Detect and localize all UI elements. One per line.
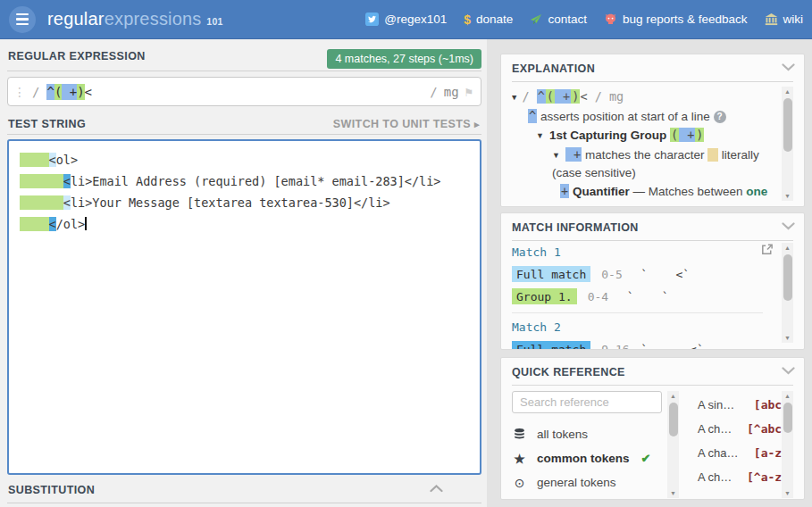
reference-token-item[interactable]: A sin…[abc] [698, 393, 789, 417]
nav-link-donate[interactable]: $donate [464, 12, 513, 26]
switch-to-unit-tests-button[interactable]: SWITCH TO UNIT TESTS▸ [333, 118, 480, 130]
divider [512, 312, 763, 313]
nav-link-label: @regex101 [384, 12, 447, 26]
text-cursor [85, 217, 87, 230]
match-name-badge: Group 1. [512, 288, 577, 304]
nav-link-wiki[interactable]: wiki [765, 12, 804, 26]
scroll-thumb[interactable] [783, 254, 792, 301]
site-logo[interactable]: regularexpressions 101 [47, 9, 222, 29]
explanation-row: + Quantifier — Matches between one [512, 183, 772, 200]
logo-part-expressions: expressions [105, 9, 202, 29]
space-literal [707, 148, 718, 162]
match-content: ` ` [627, 290, 669, 303]
reference-token-desc: A ch… [698, 422, 732, 436]
token-category-label: general tokens [537, 476, 616, 489]
test-text: li>Email Address (required) [email* emai… [71, 174, 441, 188]
scroll-thumb[interactable] [783, 98, 792, 152]
nav-link-label: wiki [783, 12, 804, 26]
nav-link-label: donate [476, 12, 513, 26]
match-row: Full match0-5` <` [512, 266, 763, 282]
explanation-title: EXPLANATION [512, 62, 595, 75]
match-count-badge: 4 matches, 27 steps (~1ms) [327, 49, 481, 69]
flag-icon[interactable]: ⚑ [465, 85, 473, 99]
regex-token: + [62, 84, 77, 100]
explanation-row: ▼/ ^( +)< / mg [512, 88, 772, 106]
explanation-text: Quantifier [573, 185, 630, 198]
chevron-up-icon[interactable] [430, 485, 443, 493]
reference-token-item[interactable]: A cha…[a-z] [698, 441, 789, 465]
scroll-down-arrow[interactable]: ▼ [782, 333, 793, 343]
reference-token-item[interactable]: A ch…[^abc] [698, 417, 789, 441]
match-row: Full match9-16` <` [512, 341, 763, 350]
regex-flags[interactable]: mg [444, 85, 459, 99]
explanation-text: < [580, 89, 587, 104]
chevron-down-icon[interactable] [782, 222, 795, 230]
explanation-text: ) [571, 89, 580, 104]
scroll-up-arrow[interactable]: ▲ [667, 391, 679, 401]
test-text: ol> [56, 153, 78, 167]
match-row: Group 1.0-4` ` [512, 288, 763, 304]
nav-link-contact[interactable]: contact [530, 12, 587, 26]
tree-arrow-icon[interactable]: ▼ [552, 151, 560, 160]
logo-part-101: 101 [206, 16, 222, 27]
help-icon[interactable]: ? [714, 111, 726, 123]
divider [7, 503, 481, 503]
match-information-panel: MATCH INFORMATION Match 1Full match0-5` … [500, 212, 805, 350]
explanation-text: ( [546, 89, 555, 104]
match-content: ` <` [640, 343, 703, 351]
explanation-text: + [560, 184, 569, 198]
nav-link-bug-reports[interactable]: bug reports & feedback [604, 12, 748, 26]
match-range: 9-16 [601, 343, 632, 351]
tree-arrow-icon[interactable]: ▼ [536, 131, 544, 140]
explanation-text: + [565, 147, 582, 162]
tree-arrow-icon[interactable]: ▼ [512, 93, 516, 102]
test-line: <ol> [20, 149, 476, 170]
regular-expression-title: REGULAR EXPRESSION [8, 50, 146, 62]
regex-delimiter-close: / [430, 85, 437, 99]
test-text: /ol> [56, 217, 86, 231]
logo-part-regular: regular [47, 9, 105, 29]
scroll-thumb[interactable] [669, 403, 678, 436]
test-string-textarea[interactable]: <ol> <li>Email Address (required) [email… [7, 139, 481, 475]
match-highlight: < [49, 217, 56, 231]
scrollbar[interactable]: ▲ ▼ [667, 391, 679, 498]
github-icon [604, 13, 617, 26]
regex-input[interactable]: ⋮ / ^( +)< / mg ⚑ [7, 77, 481, 106]
reference-token-item[interactable]: A ch…[^a-z] [698, 465, 789, 489]
scroll-up-arrow[interactable]: ▲ [782, 391, 793, 401]
explanation-text: — Matches between [630, 185, 747, 198]
token-category-label: all tokens [537, 428, 588, 441]
chevron-down-icon[interactable] [782, 367, 795, 375]
scroll-up-arrow[interactable]: ▲ [782, 87, 793, 96]
test-string-title: TEST STRING [8, 118, 86, 130]
explanation-text: / [522, 89, 536, 104]
explanation-text: ^ [528, 109, 537, 123]
scroll-up-arrow[interactable]: ▲ [782, 243, 793, 253]
scroll-down-arrow[interactable]: ▼ [667, 488, 679, 498]
group-highlight [20, 195, 63, 210]
chevron-down-icon[interactable] [782, 63, 795, 71]
match-label: Match 2 [512, 320, 763, 334]
bank-icon [765, 13, 778, 26]
scroll-down-arrow[interactable]: ▼ [782, 191, 793, 201]
drag-handle-icon[interactable]: ⋮ [8, 85, 32, 99]
match-range: 0-5 [601, 268, 632, 281]
hamburger-menu-button[interactable] [9, 6, 36, 33]
nav-link-label: contact [548, 12, 587, 26]
explanation-panel: EXPLANATION ▼/ ^( +)< / mg^ asserts posi… [500, 54, 805, 207]
chevron-right-icon: ▸ [474, 119, 480, 129]
scrollbar[interactable]: ▲ ▼ [782, 87, 793, 201]
scrollbar[interactable]: ▲ ▼ [782, 391, 793, 498]
scrollbar[interactable]: ▲ ▼ [782, 243, 793, 343]
search-reference-input[interactable] [512, 391, 662, 413]
explanation-row: ▼1st Capturing Group ( +) [512, 127, 772, 145]
export-matches-icon[interactable] [760, 243, 774, 256]
substitution-title[interactable]: SUBSTITUTION [8, 484, 95, 496]
scroll-down-arrow[interactable]: ▼ [782, 488, 793, 498]
test-text: li>Your Message [textarea textarea-530]<… [71, 195, 390, 210]
scroll-thumb[interactable] [783, 403, 792, 433]
nav-link-regex101[interactable]: @regex101 [365, 12, 447, 26]
group-highlight [20, 174, 63, 188]
explanation-text: mg [609, 89, 624, 104]
explanation-text: 1st Capturing Group [549, 129, 670, 142]
